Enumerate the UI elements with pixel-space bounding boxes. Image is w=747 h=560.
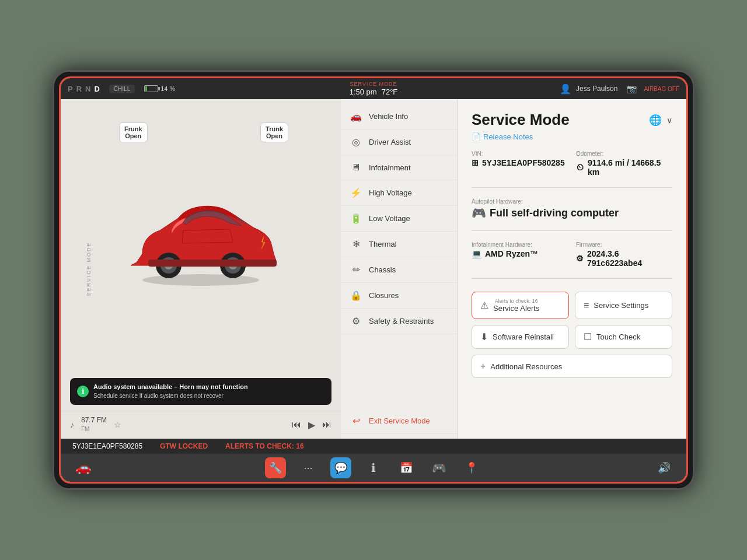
taskbar-messages-icon[interactable]: 💬	[330, 457, 351, 478]
play-icon[interactable]: ▶	[308, 419, 315, 430]
vin-label: VIN:	[472, 150, 568, 157]
status-bar: P R N D CHILL 14 % SERVICE MODE 1:50 pm	[61, 78, 686, 99]
gear-icon: ⚙	[576, 254, 584, 263]
battery-percent: 14 %	[160, 85, 175, 92]
menu-label-chassis: Chassis	[369, 265, 396, 274]
menu-label-vehicle-info: Vehicle Info	[369, 112, 408, 121]
gear-N: N	[85, 85, 90, 93]
taskbar-apps-icon[interactable]: 🎮	[428, 457, 449, 478]
service-header: Service Mode 🌐 ∨	[472, 111, 672, 129]
menu-item-low-voltage[interactable]: 🔋 Low Voltage	[341, 206, 457, 232]
chevron-down-icon[interactable]: ∨	[666, 116, 672, 125]
camera-icon: 📷	[627, 84, 637, 93]
driver-assist-icon: ◎	[350, 136, 362, 148]
additional-resources-button[interactable]: + Additional Resources	[472, 355, 672, 378]
taskbar-volume-icon[interactable]: 🔊	[654, 457, 675, 478]
info-grid: VIN: ⊞ 5YJ3E1EA0PF580285 Odometer: ⏲	[472, 150, 672, 378]
status-right: 👤 Jess Paulson 📷 AIRBAG OFF	[560, 83, 679, 94]
vin-icon: ⊞	[472, 158, 479, 167]
header-actions: 🌐 ∨	[649, 114, 672, 127]
trunk-label: Trunk Open	[260, 123, 288, 142]
service-alerts-text: Alerts to check: 16 Service Alerts	[493, 298, 539, 313]
time-temp: 1:50 pm 72°F	[350, 88, 398, 97]
car-illustration	[119, 184, 282, 289]
translate-button[interactable]: 🌐	[649, 114, 662, 127]
prev-track-icon[interactable]: ⏮	[292, 419, 301, 430]
user-name: Jess Paulson	[576, 85, 617, 93]
passenger-info: AIRBAG OFF	[644, 86, 679, 92]
autopilot-value: 🎮 Full self-driving computer	[472, 206, 672, 220]
service-mode-label: SERVICE MODE	[350, 81, 397, 88]
trunk-text: Trunk Open	[266, 125, 283, 139]
action-buttons: ⚠ Alerts to check: 16 Service Alerts ≡ S…	[472, 292, 672, 378]
taskbar-map-icon[interactable]: 📍	[461, 457, 482, 478]
menu-item-safety[interactable]: ⚙ Safety & Restraints	[341, 309, 457, 334]
menu-item-closures[interactable]: 🔒 Closures	[341, 283, 457, 309]
touch-icon: ☐	[584, 331, 592, 342]
station-band: FM	[97, 416, 107, 424]
software-reinstall-button[interactable]: ⬇ Software Reinstall	[472, 325, 569, 349]
settings-icon: ≡	[584, 300, 589, 311]
touch-check-button[interactable]: ☐ Touch Check	[575, 325, 672, 349]
vin-number: 5YJ3E1EA0PF580285	[482, 158, 565, 167]
menu-item-infotainment[interactable]: 🖥 Infotainment	[341, 155, 457, 180]
release-notes-label: Release Notes	[483, 132, 533, 141]
high-voltage-icon: ⚡	[350, 187, 362, 198]
drive-mode-badge: CHILL	[109, 85, 135, 93]
odometer-block: Odometer: ⏲ 9114.6 mi / 14668.5 km	[576, 150, 672, 177]
service-alerts-button[interactable]: ⚠ Alerts to check: 16 Service Alerts	[472, 292, 569, 319]
battery-icon	[144, 85, 158, 92]
chip-icon: 💻	[472, 249, 481, 258]
service-settings-label: Service Settings	[594, 301, 648, 310]
chassis-icon: ✏	[350, 264, 362, 275]
menu-label-high-voltage: High Voltage	[369, 188, 412, 197]
infotainment-icon: 🖥	[350, 162, 362, 173]
odometer-label: Odometer:	[576, 150, 672, 157]
vehicle-info-icon: 🚗	[350, 111, 362, 122]
taskbar-car-icon[interactable]: 🚗	[72, 457, 93, 478]
menu-item-exit[interactable]: ↩ Exit Service Mode	[341, 408, 457, 434]
music-bar: ♪ 87.7 FM FM ☆ ⏮ ▶ ⏭	[61, 411, 341, 439]
screen-outer: P R N D CHILL 14 % SERVICE MODE 1:50 pm	[53, 70, 694, 490]
menu-item-driver-assist[interactable]: ◎ Driver Assist	[341, 130, 457, 155]
gear-D: D	[94, 85, 99, 93]
favorite-icon[interactable]: ☆	[114, 420, 121, 429]
alert-sub-text: Schedule service if audio system does no…	[93, 393, 224, 399]
odometer-value: ⏲ 9114.6 mi / 14668.5 km	[576, 158, 672, 177]
safety-icon: ⚙	[350, 316, 362, 327]
bottom-alerts-check: ALERTS TO CHECK: 16	[225, 442, 303, 450]
thermal-icon: ❄	[350, 239, 362, 250]
status-center: SERVICE MODE 1:50 pm 72°F	[350, 81, 398, 96]
taskbar-service-icon[interactable]: 🔧	[265, 457, 286, 478]
infotainment-hw-block: Infotainment Hardware: 💻 AMD Ryzen™	[472, 242, 568, 268]
car-view-area: Frunk Open Trunk Open	[61, 99, 341, 373]
autopilot-label: Autopilot Hardware:	[472, 198, 672, 205]
menu-item-thermal[interactable]: ❄ Thermal	[341, 232, 457, 257]
vin-value: ⊞ 5YJ3E1EA0PF580285	[472, 158, 568, 167]
frunk-label: Frunk Open	[119, 123, 148, 142]
service-alerts-label: Service Alerts	[493, 304, 539, 313]
temperature: 72°F	[382, 88, 398, 97]
alert-notification: ℹ Audio system unavailable – Horn may no…	[70, 378, 331, 404]
menu-item-high-voltage[interactable]: ⚡ High Voltage	[341, 180, 457, 206]
document-icon: 📄	[472, 132, 481, 141]
firmware-value: ⚙ 2024.3.6 791c6223abe4	[576, 249, 672, 268]
taskbar-dots-icon[interactable]: ···	[298, 457, 319, 478]
divider-3	[472, 278, 672, 279]
release-notes-link[interactable]: 📄 Release Notes	[472, 132, 672, 141]
service-settings-button[interactable]: ≡ Service Settings	[575, 292, 672, 319]
alerts-icon: ⚠	[480, 300, 488, 311]
menu-label-closures: Closures	[369, 291, 399, 300]
status-left: P R N D CHILL 14 %	[68, 85, 560, 93]
menu-label-driver-assist: Driver Assist	[369, 138, 411, 146]
next-track-icon[interactable]: ⏭	[322, 419, 331, 430]
software-reinstall-label: Software Reinstall	[493, 332, 554, 341]
additional-resources-label: Additional Resources	[490, 362, 562, 371]
menu-item-chassis[interactable]: ✏ Chassis	[341, 257, 457, 283]
taskbar-info-icon[interactable]: ℹ	[363, 457, 384, 478]
taskbar-calendar-icon[interactable]: 📅	[396, 457, 417, 478]
battery-fill	[145, 86, 147, 91]
music-note-icon: ♪	[70, 420, 74, 429]
menu-item-vehicle-info[interactable]: 🚗 Vehicle Info	[341, 104, 457, 130]
station-frequency: 87.7	[81, 416, 95, 424]
